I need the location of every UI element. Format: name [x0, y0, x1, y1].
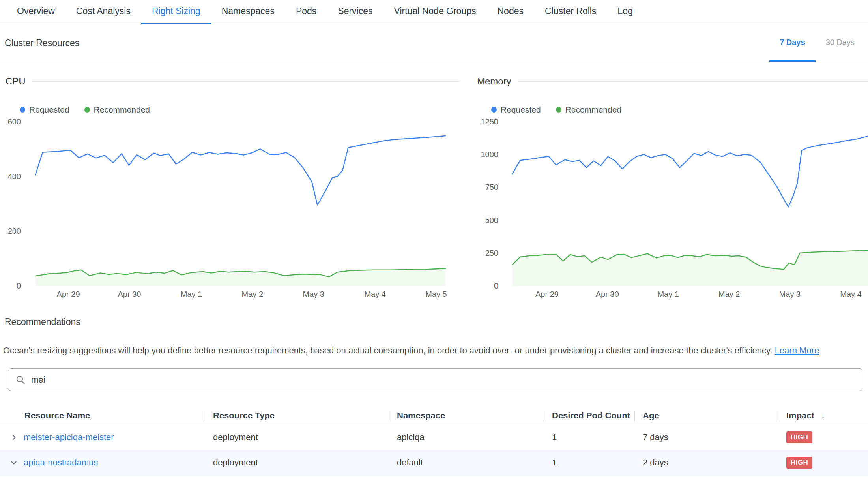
cpu-chart-block: CPU Requested Recommended 0200400600Apr …	[6, 76, 459, 299]
legend-label: Recommended	[565, 105, 621, 114]
chevron-right-icon[interactable]	[10, 434, 17, 441]
legend-label: Requested	[501, 105, 541, 114]
resource-type-cell: deployment	[205, 432, 389, 443]
legend-label: Requested	[29, 105, 69, 114]
svg-text:200: 200	[8, 227, 21, 235]
column-header-desired-pod-count[interactable]: Desired Pod Count	[544, 407, 634, 425]
svg-text:0: 0	[17, 281, 21, 290]
memory-title-rule	[518, 81, 868, 82]
recommendations-description: Ocean's resizing suggestions will help y…	[0, 327, 868, 356]
svg-text:May 1: May 1	[181, 290, 202, 298]
memory-legend: Requested Recommended	[491, 105, 868, 114]
recommended-legend-dot	[84, 107, 90, 113]
sort-desc-icon[interactable]: ↓	[821, 411, 825, 421]
svg-text:1250: 1250	[481, 117, 499, 126]
svg-text:May 4: May 4	[364, 290, 385, 298]
requested-legend-dot	[491, 107, 497, 113]
column-header-impact[interactable]: Impact ↓	[778, 407, 868, 425]
period-toggle: 7 Days 30 Days	[769, 24, 865, 62]
cpu-chart-title: CPU	[6, 76, 26, 87]
svg-text:May 5: May 5	[425, 290, 447, 298]
memory-legend-recommended[interactable]: Recommended	[556, 105, 621, 114]
column-header-resource-type[interactable]: Resource Type	[205, 407, 389, 425]
column-header-resource-name[interactable]: Resource Name	[0, 407, 205, 425]
memory-line-chart: 025050075010001250Apr 29Apr 30May 1May 2…	[477, 117, 868, 299]
search-icon	[15, 375, 26, 385]
legend-label: Recommended	[94, 105, 150, 114]
resource-name-link[interactable]: meister-apiciqa-meister	[24, 432, 114, 443]
namespace-cell: apiciqa	[389, 432, 544, 443]
recommendations-table: Resource Name Resource Type Namespace De…	[0, 407, 868, 476]
namespace-cell: default	[389, 458, 544, 468]
tab-cluster-rolls[interactable]: Cluster Rolls	[534, 0, 607, 24]
svg-text:May 1: May 1	[657, 290, 679, 298]
column-header-namespace[interactable]: Namespace	[389, 407, 544, 425]
cpu-line-chart: 0200400600Apr 29Apr 30May 1May 2May 3May…	[6, 117, 459, 299]
charts-row: CPU Requested Recommended 0200400600Apr …	[0, 62, 868, 299]
cluster-resources-title: Cluster Resources	[5, 24, 79, 62]
table-row[interactable]: meister-apiciqa-meister deployment apici…	[0, 425, 868, 450]
svg-text:750: 750	[485, 183, 498, 191]
memory-legend-requested[interactable]: Requested	[491, 105, 541, 114]
svg-text:May 3: May 3	[779, 290, 801, 298]
svg-text:May 2: May 2	[242, 290, 263, 298]
tab-right-sizing[interactable]: Right Sizing	[141, 0, 211, 24]
requested-legend-dot	[20, 107, 25, 113]
svg-text:1000: 1000	[481, 150, 499, 159]
tab-nodes[interactable]: Nodes	[487, 0, 534, 24]
tab-log[interactable]: Log	[607, 0, 643, 24]
tab-overview[interactable]: Overview	[6, 0, 65, 24]
svg-text:250: 250	[485, 249, 498, 257]
recommendations-title: Recommendations	[0, 299, 868, 327]
svg-text:May 3: May 3	[303, 290, 324, 298]
pod-count-cell: 1	[544, 432, 634, 443]
svg-text:600: 600	[8, 117, 21, 126]
svg-text:0: 0	[494, 281, 498, 290]
period-7-days[interactable]: 7 Days	[769, 24, 816, 62]
memory-chart-block: Memory Requested Recommended 02505007501…	[477, 76, 868, 299]
svg-text:May 4: May 4	[840, 290, 861, 298]
tab-namespaces[interactable]: Namespaces	[211, 0, 285, 24]
tab-virtual-node-groups[interactable]: Virtual Node Groups	[383, 0, 487, 24]
recommended-legend-dot	[556, 107, 561, 113]
svg-text:Apr 29: Apr 29	[535, 290, 559, 298]
age-cell: 7 days	[634, 432, 778, 443]
learn-more-link[interactable]: Learn More	[775, 345, 819, 355]
column-header-age[interactable]: Age	[634, 407, 778, 425]
table-row[interactable]: apiqa-nostradamus deployment default 1 2…	[0, 450, 868, 476]
period-30-days[interactable]: 30 Days	[816, 24, 865, 62]
svg-text:500: 500	[485, 216, 498, 225]
search-input[interactable]	[31, 375, 855, 385]
svg-text:400: 400	[8, 172, 21, 181]
table-header-row: Resource Name Resource Type Namespace De…	[0, 407, 868, 425]
tab-cost-analysis[interactable]: Cost Analysis	[65, 0, 141, 24]
pod-count-cell: 1	[544, 458, 634, 468]
description-text: Ocean's resizing suggestions will help y…	[3, 345, 773, 355]
top-tab-bar: Overview Cost Analysis Right Sizing Name…	[0, 0, 868, 24]
impact-badge: HIGH	[786, 431, 812, 443]
age-cell: 2 days	[634, 458, 778, 468]
svg-text:Apr 30: Apr 30	[118, 290, 141, 298]
resource-name-link[interactable]: apiqa-nostradamus	[24, 458, 98, 468]
chevron-down-icon[interactable]	[10, 459, 17, 466]
tab-services[interactable]: Services	[327, 0, 383, 24]
resource-type-cell: deployment	[205, 458, 389, 468]
search-box[interactable]	[8, 368, 862, 391]
cpu-legend-recommended[interactable]: Recommended	[84, 105, 150, 114]
cluster-resources-header: Cluster Resources 7 Days 30 Days	[0, 24, 868, 62]
impact-badge: HIGH	[786, 457, 812, 469]
cpu-title-rule	[32, 81, 459, 82]
cpu-legend-requested[interactable]: Requested	[20, 105, 69, 114]
svg-text:May 2: May 2	[718, 290, 740, 298]
svg-text:Apr 30: Apr 30	[596, 290, 619, 298]
cpu-legend: Requested Recommended	[20, 105, 459, 114]
memory-chart-title: Memory	[477, 76, 511, 87]
svg-text:Apr 29: Apr 29	[57, 290, 80, 298]
tab-pods[interactable]: Pods	[285, 0, 327, 24]
